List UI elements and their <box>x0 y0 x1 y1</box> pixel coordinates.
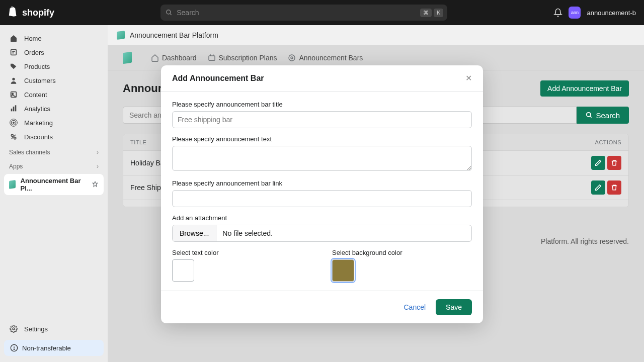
app-icon <box>9 180 16 189</box>
bg-color-picker[interactable] <box>332 259 354 282</box>
sidebar-item-customers[interactable]: Customers <box>4 73 104 87</box>
svg-point-5 <box>12 93 14 95</box>
modal-title: Add Announcement Bar <box>172 74 264 83</box>
sales-channels-header[interactable]: Sales channels› <box>4 144 104 158</box>
search-button[interactable]: Search <box>577 107 629 124</box>
svg-point-3 <box>12 78 15 80</box>
shopify-logo[interactable]: shopify <box>8 7 54 19</box>
pin-icon[interactable] <box>92 181 99 188</box>
field-label-bg-color: Select background color <box>332 249 472 256</box>
sidebar-item-marketing[interactable]: Marketing <box>4 116 104 130</box>
customers-icon <box>9 76 18 85</box>
sidebar-item-products[interactable]: Products <box>4 59 104 73</box>
app-header: Announcement Bar Platform <box>108 25 644 45</box>
kbd-cmd: ⌘ <box>420 9 432 17</box>
svg-point-0 <box>167 10 171 14</box>
non-transferable-badge: Non-transferable <box>4 340 104 356</box>
browse-button[interactable]: Browse... <box>173 225 216 241</box>
svg-point-12 <box>11 134 13 136</box>
kbd-k: K <box>434 9 443 17</box>
th-actions: ACTIONS <box>571 139 621 145</box>
sidebar-item-discounts[interactable]: Discounts <box>4 130 104 144</box>
notifications-icon[interactable] <box>553 8 562 17</box>
chevron-right-icon: › <box>97 163 99 170</box>
file-status: No file selected. <box>216 225 279 241</box>
svg-rect-2 <box>11 50 17 55</box>
field-label-title: Please specify announcement bar title <box>172 101 472 108</box>
svg-point-13 <box>14 137 16 139</box>
sidebar: Home Orders Products Customers Content A… <box>0 25 108 362</box>
field-label-link: Please specify announcement bar link <box>172 179 472 187</box>
svg-rect-8 <box>15 105 17 111</box>
svg-point-22 <box>587 113 591 117</box>
content-icon <box>9 90 18 99</box>
edit-button[interactable] <box>591 180 605 195</box>
discounts-icon <box>9 132 18 141</box>
avatar[interactable]: ann <box>569 7 581 19</box>
chevron-right-icon: › <box>97 149 99 156</box>
analytics-icon <box>9 104 18 113</box>
topbar: shopify Search ⌘ K ann announcement-b <box>0 0 644 25</box>
subnav-subscriptions[interactable]: Subscription Plans <box>208 54 277 62</box>
store-name: announcement-b <box>587 9 636 17</box>
title-input[interactable] <box>172 111 472 128</box>
svg-point-20 <box>291 57 293 59</box>
apps-header[interactable]: Apps› <box>4 158 104 172</box>
svg-line-1 <box>170 14 172 15</box>
svg-point-15 <box>13 328 15 330</box>
sidebar-item-content[interactable]: Content <box>4 87 104 102</box>
svg-point-18 <box>14 349 14 349</box>
close-icon[interactable]: ✕ <box>465 73 472 83</box>
link-input[interactable] <box>172 190 472 207</box>
sidebar-item-settings[interactable]: Settings <box>4 322 104 336</box>
app-logo-icon <box>123 51 132 64</box>
text-textarea[interactable] <box>172 146 472 171</box>
field-label-text: Please specify announcement text <box>172 135 472 143</box>
gear-icon <box>9 324 18 333</box>
home-icon <box>9 34 18 43</box>
save-button[interactable]: Save <box>436 299 472 315</box>
svg-rect-7 <box>13 107 15 111</box>
subnav-dashboard[interactable]: Dashboard <box>151 54 197 62</box>
sidebar-app-announcement[interactable]: Announcement Bar Pl... <box>4 174 104 195</box>
app-logo-icon <box>117 31 125 40</box>
svg-rect-6 <box>11 109 13 111</box>
sidebar-item-home[interactable]: Home <box>4 31 104 45</box>
delete-button[interactable] <box>607 180 621 195</box>
products-icon <box>9 62 18 71</box>
cancel-button[interactable]: Cancel <box>404 303 426 311</box>
delete-button[interactable] <box>607 156 621 170</box>
svg-point-21 <box>289 55 295 61</box>
marketing-icon <box>9 118 18 127</box>
svg-line-23 <box>590 116 592 118</box>
orders-icon <box>9 48 18 57</box>
global-search[interactable]: Search ⌘ K <box>160 5 447 21</box>
svg-point-9 <box>13 122 15 124</box>
logo-text: shopify <box>22 8 54 18</box>
svg-rect-19 <box>209 56 215 60</box>
add-announcement-button[interactable]: Add Announcement Bar <box>540 80 629 97</box>
add-announcement-modal: Add Announcement Bar ✕ Please specify an… <box>161 65 483 323</box>
search-placeholder: Search <box>177 9 199 17</box>
field-label-text-color: Select text color <box>172 249 312 256</box>
edit-button[interactable] <box>591 156 605 170</box>
field-label-attachment: Add an attachment <box>172 214 472 222</box>
text-color-picker[interactable] <box>172 259 194 282</box>
subnav-announcement-bars[interactable]: Announcement Bars <box>288 54 363 62</box>
sidebar-item-analytics[interactable]: Analytics <box>4 102 104 116</box>
sidebar-item-orders[interactable]: Orders <box>4 45 104 59</box>
